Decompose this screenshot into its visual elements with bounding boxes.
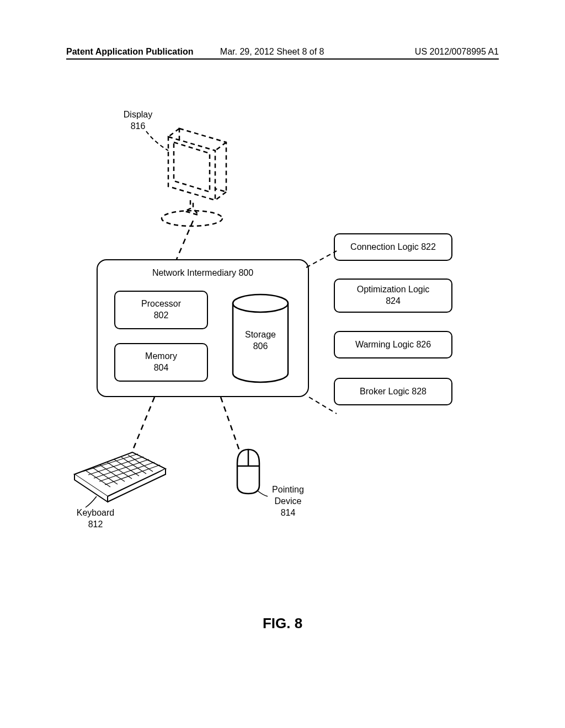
- broker-logic-box: Broker Logic 828: [334, 378, 452, 405]
- pointing-ref: 814: [281, 508, 296, 517]
- header-rule: [66, 58, 499, 60]
- svg-point-5: [233, 295, 288, 312]
- header-center: Mar. 29, 2012 Sheet 8 of 8: [220, 47, 324, 57]
- warming-logic-label: Warming Logic 826: [355, 339, 431, 351]
- memory-box: Memory 804: [114, 343, 208, 382]
- svg-line-1: [215, 142, 226, 151]
- storage-label: Storage: [245, 330, 276, 339]
- display-icon: [138, 120, 248, 231]
- warming-logic-box: Warming Logic 826: [334, 331, 452, 358]
- svg-line-0: [168, 129, 179, 137]
- pointing-label: Pointing: [272, 485, 304, 494]
- diagram-area: Display 816 Network Intermediary 800: [0, 99, 565, 596]
- optimization-logic-ref: 824: [386, 296, 401, 307]
- keyboard-ref: 812: [88, 520, 103, 529]
- header-right: US 2012/0078995 A1: [415, 47, 499, 57]
- keyboard-icon: [66, 444, 171, 510]
- network-intermediary-box: Network Intermediary 800 Processor 802 M…: [97, 259, 309, 397]
- svg-line-9: [221, 397, 240, 452]
- processor-label: Processor: [141, 298, 181, 310]
- processor-ref: 802: [154, 310, 169, 322]
- storage-ref: 806: [253, 341, 268, 351]
- optimization-logic-label: Optimization Logic: [357, 284, 430, 296]
- processor-box: Processor 802: [114, 291, 208, 329]
- connection-logic-box: Connection Logic 822: [334, 233, 452, 261]
- display-label-text: Display: [124, 110, 152, 119]
- svg-line-2: [215, 192, 226, 200]
- memory-ref: 804: [154, 362, 169, 374]
- memory-label: Memory: [145, 351, 177, 362]
- svg-line-6: [306, 251, 337, 267]
- header-left: Patent Application Publication: [66, 47, 194, 57]
- connection-logic-label: Connection Logic 822: [350, 242, 436, 253]
- figure-label: FIG. 8: [0, 615, 565, 632]
- storage-label-group: Storage 806: [241, 329, 280, 352]
- optimization-logic-box: Optimization Logic 824: [334, 279, 452, 313]
- pointing-label2: Device: [275, 496, 302, 506]
- svg-line-7: [309, 397, 337, 414]
- keyboard-label: Keyboard: [77, 508, 115, 517]
- broker-logic-label: Broker Logic 828: [360, 386, 427, 398]
- display-connector: [166, 221, 210, 265]
- keyboard-label-group: Keyboard 812: [71, 507, 120, 531]
- pointing-label-group: Pointing Device 814: [266, 484, 310, 518]
- main-box-title: Network Intermediary 800: [98, 268, 308, 278]
- svg-line-4: [177, 221, 193, 259]
